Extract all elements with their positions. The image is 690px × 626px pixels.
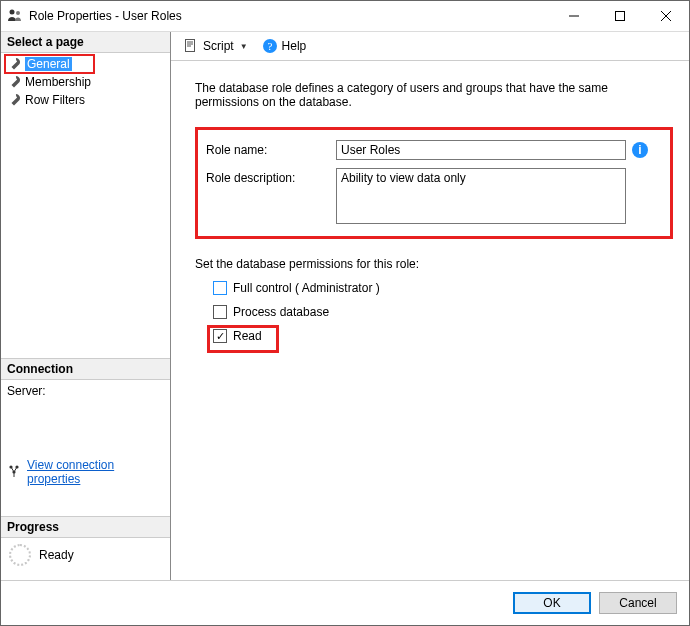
perm-read-label: Read — [233, 329, 262, 343]
close-button[interactable] — [643, 1, 689, 31]
ok-button[interactable]: OK — [513, 592, 591, 614]
svg-point-0 — [10, 10, 15, 15]
page-item-membership[interactable]: Membership — [1, 73, 170, 91]
page-label: Membership — [25, 75, 91, 89]
progress-spinner-icon — [9, 544, 31, 566]
main-content: The database role defines a category of … — [171, 61, 689, 580]
svg-line-9 — [11, 467, 14, 472]
minimize-button[interactable] — [551, 1, 597, 31]
perm-process-checkbox[interactable] — [213, 305, 227, 319]
page-label: Row Filters — [25, 93, 85, 107]
view-connection-link[interactable]: View connection properties — [27, 458, 164, 486]
page-item-general[interactable]: General — [1, 55, 170, 73]
help-icon: ? — [262, 38, 278, 54]
content-pane: Script ▼ ? Help The database role define… — [171, 32, 689, 580]
svg-rect-3 — [616, 12, 625, 21]
page-item-row-filters[interactable]: Row Filters — [1, 91, 170, 109]
dialog-footer: OK Cancel — [1, 580, 689, 625]
select-page-header: Select a page — [1, 32, 170, 53]
svg-text:?: ? — [267, 40, 272, 52]
info-icon[interactable]: i — [632, 142, 648, 158]
server-label: Server: — [7, 384, 164, 398]
svg-point-1 — [16, 11, 20, 15]
script-label: Script — [203, 39, 234, 53]
connection-icon — [7, 464, 21, 481]
perm-read-row[interactable]: Read — [213, 329, 673, 343]
script-icon — [183, 38, 199, 54]
chevron-down-icon: ▼ — [238, 42, 250, 51]
connection-body: Server: View connection properties — [1, 380, 170, 516]
titlebar: Role Properties - User Roles — [1, 1, 689, 32]
progress-status: Ready — [39, 548, 74, 562]
dialog-body: Select a page General — [1, 32, 689, 580]
perm-read-checkbox[interactable] — [213, 329, 227, 343]
wrench-icon — [7, 93, 21, 107]
perm-full-row[interactable]: Full control ( Administrator ) — [213, 281, 673, 295]
script-button[interactable]: Script ▼ — [179, 36, 254, 56]
cancel-button[interactable]: Cancel — [599, 592, 677, 614]
role-fields-block: Role name: i Role description: — [195, 127, 673, 239]
page-list: General Membership — [1, 53, 170, 111]
role-desc-input[interactable] — [336, 168, 626, 224]
wrench-icon — [7, 57, 21, 71]
perm-full-label: Full control ( Administrator ) — [233, 281, 380, 295]
svg-line-10 — [14, 467, 17, 472]
page-label: General — [25, 57, 72, 71]
progress-body: Ready — [1, 538, 170, 580]
content-toolbar: Script ▼ ? Help — [171, 32, 689, 61]
connection-header: Connection — [1, 358, 170, 380]
perm-process-label: Process database — [233, 305, 329, 319]
progress-header: Progress — [1, 516, 170, 538]
maximize-button[interactable] — [597, 1, 643, 31]
perm-process-row[interactable]: Process database — [213, 305, 673, 319]
sidebar: Select a page General — [1, 32, 171, 580]
role-desc-label: Role description: — [206, 168, 336, 185]
intro-text: The database role defines a category of … — [195, 81, 673, 109]
perm-full-checkbox[interactable] — [213, 281, 227, 295]
help-label: Help — [282, 39, 307, 53]
help-button[interactable]: ? Help — [258, 36, 311, 56]
role-name-label: Role name: — [206, 140, 336, 157]
window-title: Role Properties - User Roles — [29, 9, 551, 23]
role-name-input[interactable] — [336, 140, 626, 160]
permissions-title: Set the database permissions for this ro… — [195, 257, 673, 271]
wrench-icon — [7, 75, 21, 89]
role-app-icon — [7, 8, 23, 24]
dialog-window: Role Properties - User Roles Select a pa… — [0, 0, 690, 626]
